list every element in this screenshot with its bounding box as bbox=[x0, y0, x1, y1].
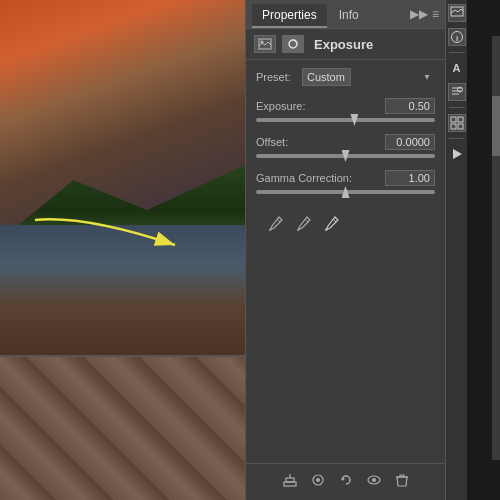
toolbar-btn-para[interactable] bbox=[448, 83, 466, 101]
svg-rect-7 bbox=[284, 482, 296, 486]
preset-select[interactable]: Custom Default +1 Stop -1 Stop bbox=[302, 68, 351, 86]
gamma-label-row: Gamma Correction: 1.00 bbox=[256, 170, 435, 186]
svg-rect-19 bbox=[458, 117, 463, 122]
exposure-label-row: Exposure: 0.50 bbox=[256, 98, 435, 114]
svg-point-4 bbox=[270, 229, 272, 231]
exposure-slider[interactable] bbox=[256, 118, 435, 122]
panel-tab-icons: ▶▶ ≡ bbox=[410, 7, 439, 25]
view-btn[interactable] bbox=[310, 472, 326, 492]
clip-to-layer-btn[interactable] bbox=[282, 472, 298, 492]
bottom-toolbar bbox=[246, 463, 445, 500]
scroll-thumb[interactable] bbox=[492, 96, 500, 156]
toolbar-divider-3 bbox=[449, 138, 465, 139]
svg-rect-20 bbox=[451, 124, 456, 129]
reset-btn[interactable] bbox=[338, 472, 354, 492]
photo-area bbox=[0, 0, 245, 500]
preset-label: Preset: bbox=[256, 71, 296, 83]
scrollbar[interactable] bbox=[492, 36, 500, 460]
exposure-value[interactable]: 0.50 bbox=[385, 98, 435, 114]
toolbar-btn-1[interactable] bbox=[448, 4, 466, 22]
svg-point-10 bbox=[316, 478, 320, 482]
right-toolbar: i A bbox=[445, 0, 467, 500]
adj-icon-circle[interactable] bbox=[282, 35, 304, 53]
offset-thumb[interactable] bbox=[342, 150, 350, 162]
svg-rect-8 bbox=[286, 478, 294, 482]
adj-icon-image[interactable] bbox=[254, 35, 276, 53]
exposure-thumb[interactable] bbox=[350, 114, 358, 126]
exposure-label: Exposure: bbox=[256, 100, 306, 112]
svg-point-6 bbox=[326, 229, 328, 231]
adjustment-icons-row: Exposure bbox=[246, 29, 445, 60]
gamma-value[interactable]: 1.00 bbox=[385, 170, 435, 186]
toolbar-btn-text[interactable]: A bbox=[448, 59, 466, 77]
svg-rect-18 bbox=[451, 117, 456, 122]
svg-point-2 bbox=[261, 41, 264, 44]
panel-tabs-header: Properties Info ▶▶ ≡ bbox=[246, 0, 445, 29]
panel-title: Exposure bbox=[314, 37, 373, 52]
panel-menu-icon[interactable]: ▶▶ bbox=[410, 7, 428, 21]
eyedropper-black[interactable] bbox=[266, 214, 286, 234]
svg-rect-21 bbox=[458, 124, 463, 129]
gamma-label: Gamma Correction: bbox=[256, 172, 352, 184]
toolbar-btn-info[interactable]: i bbox=[448, 28, 466, 46]
gamma-thumb[interactable] bbox=[342, 186, 350, 198]
svg-point-13 bbox=[372, 478, 376, 482]
eyedropper-gray[interactable] bbox=[294, 214, 314, 234]
tab-info[interactable]: Info bbox=[329, 4, 369, 28]
eyedropper-white[interactable] bbox=[322, 214, 342, 234]
toolbar-btn-play[interactable] bbox=[448, 145, 466, 163]
bottom-preview bbox=[0, 355, 245, 500]
arrow-annotation bbox=[25, 210, 245, 260]
offset-label: Offset: bbox=[256, 136, 288, 148]
svg-point-5 bbox=[298, 229, 300, 231]
bottom-preview-inner bbox=[0, 357, 245, 500]
delete-btn[interactable] bbox=[394, 472, 410, 492]
gamma-control: Gamma Correction: 1.00 bbox=[256, 170, 435, 194]
offset-slider[interactable] bbox=[256, 154, 435, 158]
toolbar-divider-2 bbox=[449, 107, 465, 108]
tab-properties[interactable]: Properties bbox=[252, 4, 327, 28]
panel-options-icon[interactable]: ≡ bbox=[432, 7, 439, 21]
gamma-slider[interactable] bbox=[256, 190, 435, 194]
offset-label-row: Offset: 0.0000 bbox=[256, 134, 435, 150]
controls-area: Preset: Custom Default +1 Stop -1 Stop E… bbox=[246, 60, 445, 463]
offset-control: Offset: 0.0000 bbox=[256, 134, 435, 158]
svg-text:i: i bbox=[455, 34, 457, 43]
exposure-control: Exposure: 0.50 bbox=[256, 98, 435, 122]
preset-select-wrapper: Custom Default +1 Stop -1 Stop bbox=[302, 68, 435, 86]
eyedropper-row bbox=[256, 206, 435, 242]
main-container: Properties Info ▶▶ ≡ Ex bbox=[0, 0, 500, 500]
toolbar-divider-1 bbox=[449, 52, 465, 53]
properties-panel: Properties Info ▶▶ ≡ Ex bbox=[245, 0, 445, 500]
toolbar-btn-grid[interactable] bbox=[448, 114, 466, 132]
preset-row: Preset: Custom Default +1 Stop -1 Stop bbox=[256, 68, 435, 86]
visibility-btn[interactable] bbox=[366, 472, 382, 492]
svg-marker-22 bbox=[453, 149, 462, 159]
offset-value[interactable]: 0.0000 bbox=[385, 134, 435, 150]
